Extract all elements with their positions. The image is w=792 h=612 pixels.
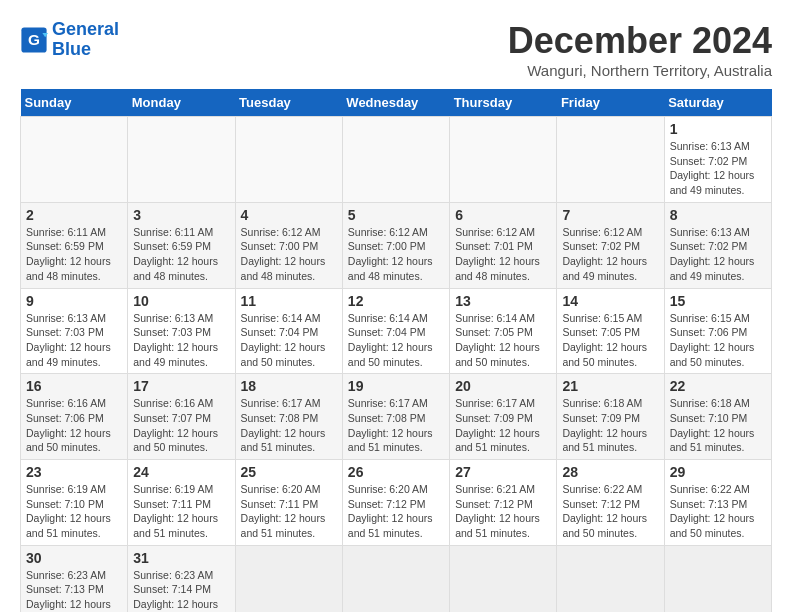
day-number: 25 [241,464,337,480]
day-number: 1 [670,121,766,137]
day-number: 13 [455,293,551,309]
day-info: Sunrise: 6:15 AM Sunset: 7:05 PM Dayligh… [562,311,658,370]
day-number: 4 [241,207,337,223]
day-info: Sunrise: 6:12 AM Sunset: 7:02 PM Dayligh… [562,225,658,284]
day-number: 5 [348,207,444,223]
day-number: 17 [133,378,229,394]
calendar-cell [664,545,771,612]
day-info: Sunrise: 6:18 AM Sunset: 7:09 PM Dayligh… [562,396,658,455]
day-info: Sunrise: 6:20 AM Sunset: 7:11 PM Dayligh… [241,482,337,541]
calendar-week-3: 9 Sunrise: 6:13 AM Sunset: 7:03 PM Dayli… [21,288,772,374]
day-number: 23 [26,464,122,480]
calendar-cell: 14 Sunrise: 6:15 AM Sunset: 7:05 PM Dayl… [557,288,664,374]
day-info: Sunrise: 6:22 AM Sunset: 7:13 PM Dayligh… [670,482,766,541]
calendar-cell: 29 Sunrise: 6:22 AM Sunset: 7:13 PM Dayl… [664,460,771,546]
day-number: 28 [562,464,658,480]
day-info: Sunrise: 6:12 AM Sunset: 7:00 PM Dayligh… [348,225,444,284]
col-header-friday: Friday [557,89,664,117]
calendar-cell [235,117,342,203]
day-number: 30 [26,550,122,566]
header-row: SundayMondayTuesdayWednesdayThursdayFrid… [21,89,772,117]
calendar-cell: 9 Sunrise: 6:13 AM Sunset: 7:03 PM Dayli… [21,288,128,374]
calendar-cell: 4 Sunrise: 6:12 AM Sunset: 7:00 PM Dayli… [235,202,342,288]
calendar-cell: 10 Sunrise: 6:13 AM Sunset: 7:03 PM Dayl… [128,288,235,374]
calendar-cell: 7 Sunrise: 6:12 AM Sunset: 7:02 PM Dayli… [557,202,664,288]
logo-line2: Blue [52,39,91,59]
calendar-cell: 15 Sunrise: 6:15 AM Sunset: 7:06 PM Dayl… [664,288,771,374]
day-number: 6 [455,207,551,223]
day-number: 15 [670,293,766,309]
calendar-cell [557,545,664,612]
day-number: 31 [133,550,229,566]
day-info: Sunrise: 6:18 AM Sunset: 7:10 PM Dayligh… [670,396,766,455]
day-info: Sunrise: 6:15 AM Sunset: 7:06 PM Dayligh… [670,311,766,370]
day-number: 22 [670,378,766,394]
location: Wanguri, Northern Territory, Australia [508,62,772,79]
calendar-cell [450,117,557,203]
calendar-cell [342,545,449,612]
logo: G General Blue [20,20,119,60]
calendar-week-4: 16 Sunrise: 6:16 AM Sunset: 7:06 PM Dayl… [21,374,772,460]
day-info: Sunrise: 6:22 AM Sunset: 7:12 PM Dayligh… [562,482,658,541]
day-info: Sunrise: 6:13 AM Sunset: 7:03 PM Dayligh… [133,311,229,370]
calendar-cell [450,545,557,612]
day-info: Sunrise: 6:13 AM Sunset: 7:02 PM Dayligh… [670,225,766,284]
day-info: Sunrise: 6:17 AM Sunset: 7:08 PM Dayligh… [241,396,337,455]
calendar-week-6: 30 Sunrise: 6:23 AM Sunset: 7:13 PM Dayl… [21,545,772,612]
day-info: Sunrise: 6:14 AM Sunset: 7:04 PM Dayligh… [241,311,337,370]
day-info: Sunrise: 6:12 AM Sunset: 7:01 PM Dayligh… [455,225,551,284]
calendar-cell: 31 Sunrise: 6:23 AM Sunset: 7:14 PM Dayl… [128,545,235,612]
day-number: 8 [670,207,766,223]
calendar-cell: 19 Sunrise: 6:17 AM Sunset: 7:08 PM Dayl… [342,374,449,460]
calendar-cell: 24 Sunrise: 6:19 AM Sunset: 7:11 PM Dayl… [128,460,235,546]
calendar-cell: 27 Sunrise: 6:21 AM Sunset: 7:12 PM Dayl… [450,460,557,546]
day-info: Sunrise: 6:17 AM Sunset: 7:09 PM Dayligh… [455,396,551,455]
calendar-cell: 1 Sunrise: 6:13 AM Sunset: 7:02 PM Dayli… [664,117,771,203]
day-info: Sunrise: 6:19 AM Sunset: 7:11 PM Dayligh… [133,482,229,541]
calendar-cell [128,117,235,203]
calendar-cell: 16 Sunrise: 6:16 AM Sunset: 7:06 PM Dayl… [21,374,128,460]
day-number: 10 [133,293,229,309]
calendar-cell [235,545,342,612]
col-header-sunday: Sunday [21,89,128,117]
col-header-tuesday: Tuesday [235,89,342,117]
day-number: 14 [562,293,658,309]
calendar-week-2: 2 Sunrise: 6:11 AM Sunset: 6:59 PM Dayli… [21,202,772,288]
day-number: 12 [348,293,444,309]
calendar-cell [557,117,664,203]
calendar-cell: 13 Sunrise: 6:14 AM Sunset: 7:05 PM Dayl… [450,288,557,374]
calendar-cell [21,117,128,203]
calendar-cell: 22 Sunrise: 6:18 AM Sunset: 7:10 PM Dayl… [664,374,771,460]
col-header-saturday: Saturday [664,89,771,117]
day-info: Sunrise: 6:23 AM Sunset: 7:14 PM Dayligh… [133,568,229,612]
day-info: Sunrise: 6:21 AM Sunset: 7:12 PM Dayligh… [455,482,551,541]
day-number: 21 [562,378,658,394]
calendar-cell: 12 Sunrise: 6:14 AM Sunset: 7:04 PM Dayl… [342,288,449,374]
logo-icon: G [20,26,48,54]
col-header-monday: Monday [128,89,235,117]
day-info: Sunrise: 6:11 AM Sunset: 6:59 PM Dayligh… [26,225,122,284]
day-info: Sunrise: 6:16 AM Sunset: 7:07 PM Dayligh… [133,396,229,455]
day-number: 19 [348,378,444,394]
day-number: 18 [241,378,337,394]
calendar-cell: 25 Sunrise: 6:20 AM Sunset: 7:11 PM Dayl… [235,460,342,546]
day-number: 3 [133,207,229,223]
calendar-cell [342,117,449,203]
day-info: Sunrise: 6:16 AM Sunset: 7:06 PM Dayligh… [26,396,122,455]
calendar-week-5: 23 Sunrise: 6:19 AM Sunset: 7:10 PM Dayl… [21,460,772,546]
day-number: 2 [26,207,122,223]
svg-text:G: G [28,31,40,48]
title-block: December 2024 Wanguri, Northern Territor… [508,20,772,79]
calendar-table: SundayMondayTuesdayWednesdayThursdayFrid… [20,89,772,612]
day-info: Sunrise: 6:13 AM Sunset: 7:02 PM Dayligh… [670,139,766,198]
calendar-cell: 11 Sunrise: 6:14 AM Sunset: 7:04 PM Dayl… [235,288,342,374]
calendar-cell: 26 Sunrise: 6:20 AM Sunset: 7:12 PM Dayl… [342,460,449,546]
day-info: Sunrise: 6:23 AM Sunset: 7:13 PM Dayligh… [26,568,122,612]
day-info: Sunrise: 6:17 AM Sunset: 7:08 PM Dayligh… [348,396,444,455]
logo-text: General Blue [52,20,119,60]
day-info: Sunrise: 6:11 AM Sunset: 6:59 PM Dayligh… [133,225,229,284]
col-header-wednesday: Wednesday [342,89,449,117]
page-header: G General Blue December 2024 Wanguri, No… [20,20,772,79]
calendar-cell: 17 Sunrise: 6:16 AM Sunset: 7:07 PM Dayl… [128,374,235,460]
calendar-cell: 20 Sunrise: 6:17 AM Sunset: 7:09 PM Dayl… [450,374,557,460]
